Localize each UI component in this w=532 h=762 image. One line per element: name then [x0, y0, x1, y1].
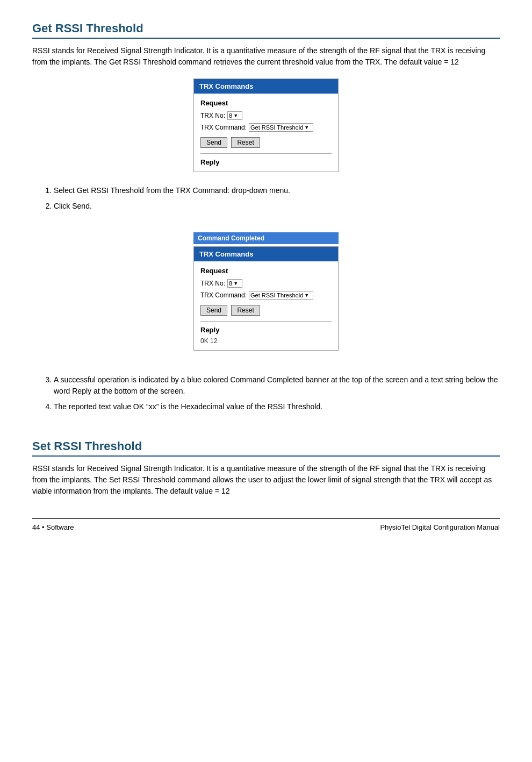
reset-button-2[interactable]: Reset — [231, 305, 260, 316]
trx-panel-body-2: Request TRX No: 8 ▼ TRX Command: Get RSS… — [194, 261, 338, 350]
send-button-2[interactable]: Send — [200, 305, 227, 316]
section-title-get-rssi: Get RSSI Threshold — [32, 22, 500, 39]
section-title-set-rssi: Set RSSI Threshold — [32, 439, 500, 457]
button-row-2: Send Reset — [200, 305, 332, 316]
trx-panel-1: TRX Commands Request TRX No: 8 ▼ TRX Com… — [193, 79, 339, 172]
request-label-2: Request — [200, 267, 332, 275]
trx-command-value-1: Get RSSI Threshold — [250, 124, 303, 131]
trx-no-arrow-1: ▼ — [233, 113, 238, 118]
trx-command-select-1[interactable]: Get RSSI Threshold ▼ — [249, 123, 313, 132]
trx-command-row-1: TRX Command: Get RSSI Threshold ▼ — [200, 123, 332, 132]
reset-button-1[interactable]: Reset — [231, 137, 260, 148]
trx-no-label-2: TRX No: — [200, 280, 225, 287]
steps-list-2: A successful operation is indicated by a… — [32, 374, 500, 412]
reply-label-2: Reply — [200, 326, 332, 334]
step-1: Select Get RSSI Threshold from the TRX C… — [54, 185, 500, 196]
divider-2 — [200, 321, 332, 322]
trx-command-value-2: Get RSSI Threshold — [250, 292, 303, 298]
trx-no-arrow-2: ▼ — [233, 281, 238, 286]
trx-command-label-1: TRX Command: — [200, 124, 247, 131]
command-completed-banner: Command Completed — [193, 232, 339, 244]
divider-1 — [200, 153, 332, 154]
screenshot-1-wrapper: TRX Commands Request TRX No: 8 ▼ TRX Com… — [32, 79, 500, 172]
reply-value-2: 0K 12 — [200, 337, 332, 345]
trx-panel-body-1: Request TRX No: 8 ▼ TRX Command: Get RSS… — [194, 94, 338, 172]
button-row-1: Send Reset — [200, 137, 332, 148]
send-button-1[interactable]: Send — [200, 137, 227, 148]
trx-panel-2: TRX Commands Request TRX No: 8 ▼ TRX Com… — [193, 246, 339, 351]
trx-command-arrow-1: ▼ — [304, 125, 309, 130]
trx-no-row-2: TRX No: 8 ▼ — [200, 279, 332, 288]
page-footer: 44 • Software PhysioTel Digital Configur… — [32, 518, 500, 531]
request-label-1: Request — [200, 99, 332, 107]
screenshot-2-outer: Command Completed TRX Commands Request T… — [32, 222, 500, 364]
trx-no-value-1: 8 — [229, 112, 232, 119]
trx-command-label-2: TRX Command: — [200, 291, 247, 299]
trx-no-label-1: TRX No: — [200, 112, 225, 119]
get-rssi-body: RSSI stands for Received Signal Strength… — [32, 45, 500, 68]
trx-no-select-2[interactable]: 8 ▼ — [227, 279, 242, 288]
reply-label-1: Reply — [200, 158, 332, 166]
step-4: The reported text value OK “xx” is the H… — [54, 401, 500, 412]
footer-left: 44 • Software — [32, 523, 74, 531]
trx-no-select-1[interactable]: 8 ▼ — [227, 111, 242, 120]
trx-panel-header-1: TRX Commands — [194, 79, 338, 94]
set-rssi-body: RSSI stands for Received Signal Strength… — [32, 463, 500, 497]
trx-no-row-1: TRX No: 8 ▼ — [200, 111, 332, 120]
steps-list-1: Select Get RSSI Threshold from the TRX C… — [32, 185, 500, 212]
trx-command-row-2: TRX Command: Get RSSI Threshold ▼ — [200, 291, 332, 300]
trx-command-select-2[interactable]: Get RSSI Threshold ▼ — [249, 291, 313, 300]
trx-panel-header-2: TRX Commands — [194, 247, 338, 261]
step-2: Click Send. — [54, 201, 500, 212]
screenshot-2-wrapper: Command Completed TRX Commands Request T… — [193, 232, 339, 351]
trx-no-value-2: 8 — [229, 280, 232, 287]
footer-right: PhysioTel Digital Configuration Manual — [380, 523, 500, 531]
step-3: A successful operation is indicated by a… — [54, 374, 500, 397]
trx-command-arrow-2: ▼ — [304, 293, 309, 298]
